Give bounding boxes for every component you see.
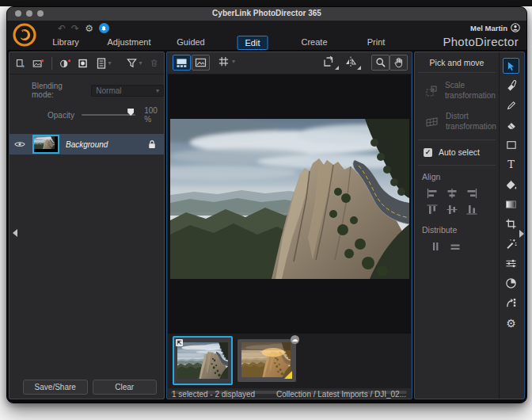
filmstrip-view-icon bbox=[176, 58, 188, 68]
toolbar-divider bbox=[51, 57, 52, 70]
blending-mode-row: Blending mode: Normal ▾ bbox=[10, 82, 164, 99]
tab-adjustment[interactable]: Adjustment bbox=[100, 36, 158, 48]
align-top-icon[interactable] bbox=[426, 204, 439, 216]
filter-layers[interactable]: ▾ bbox=[126, 57, 142, 69]
export-arrow-icon bbox=[505, 297, 517, 309]
grid-overlay-button[interactable]: ▾ bbox=[218, 55, 235, 67]
tool-fill[interactable] bbox=[498, 174, 524, 194]
pick-and-move-options: Pick and move Scale transformation bbox=[415, 52, 500, 399]
distort-transformation-button[interactable]: Distort transformation bbox=[415, 104, 499, 135]
distribute-vertical-icon[interactable] bbox=[449, 241, 462, 252]
opacity-value: 100 % bbox=[144, 106, 164, 124]
redo-icon[interactable]: ↷ bbox=[71, 24, 79, 33]
blending-mode-label: Blending mode: bbox=[32, 82, 86, 99]
tab-print[interactable]: Print bbox=[360, 36, 393, 48]
user-account[interactable]: Mel Martin bbox=[470, 23, 520, 32]
hand-icon bbox=[393, 57, 404, 68]
gradient-icon bbox=[505, 200, 517, 209]
layer-row-background[interactable]: Background bbox=[10, 134, 164, 155]
chevron-down-icon: ▾ bbox=[108, 59, 112, 67]
chevron-down-icon: ▾ bbox=[139, 59, 142, 67]
zoom-tool-button[interactable] bbox=[371, 55, 390, 71]
tool-removal[interactable] bbox=[498, 75, 524, 95]
layers-panel: ▾ ▾ Blending mode: Normal ▾ bbox=[9, 52, 165, 399]
tool-settings-gear-icon[interactable]: ⚙ bbox=[498, 313, 524, 333]
canvas-area[interactable] bbox=[168, 74, 411, 334]
active-tool-frame bbox=[503, 58, 519, 74]
tool-vignette[interactable] bbox=[498, 273, 524, 293]
workspace: ▾ ▾ Blending mode: Normal ▾ bbox=[7, 50, 526, 403]
align-middle-icon[interactable] bbox=[446, 204, 458, 216]
thumbnail-selected[interactable]: ⇱ bbox=[173, 336, 233, 385]
magic-wand-icon bbox=[505, 238, 517, 250]
mask-layer-icon[interactable] bbox=[78, 57, 88, 70]
blending-mode-select[interactable]: Normal ▾ bbox=[91, 85, 164, 97]
layer-lock-icon[interactable] bbox=[148, 139, 156, 149]
eraser-icon bbox=[506, 120, 517, 130]
tab-guided[interactable]: Guided bbox=[169, 36, 211, 48]
tool-text[interactable]: T bbox=[498, 155, 524, 174]
auto-select-row[interactable]: ✓ Auto select bbox=[415, 140, 499, 160]
layers-toolbar: ▾ ▾ bbox=[10, 52, 164, 74]
tool-options-title: Pick and move bbox=[415, 58, 499, 67]
distribute-horizontal-icon[interactable] bbox=[429, 241, 442, 252]
add-layer-icon[interactable] bbox=[15, 57, 25, 70]
delete-layer-trash-icon[interactable] bbox=[150, 57, 158, 69]
pointer-icon bbox=[506, 61, 516, 71]
collapse-left-panel-icon[interactable] bbox=[13, 229, 17, 237]
chevron-down-icon: ▾ bbox=[156, 87, 159, 94]
module-tabs: Library Adjustment Guided Edit Create Pr… bbox=[7, 34, 526, 49]
preferences-gear-icon[interactable]: ⚙ bbox=[85, 24, 93, 33]
align-bottom-icon[interactable] bbox=[466, 204, 478, 216]
tab-edit[interactable]: Edit bbox=[238, 36, 268, 50]
chevron-down-icon: ▾ bbox=[232, 58, 235, 65]
align-row-horizontal bbox=[415, 183, 499, 199]
removal-icon bbox=[505, 79, 518, 91]
add-image-layer-icon[interactable] bbox=[32, 57, 44, 70]
auto-select-checkbox[interactable]: ✓ bbox=[424, 148, 432, 157]
user-name: Mel Martin bbox=[470, 24, 507, 32]
auto-select-label: Auto select bbox=[439, 147, 480, 157]
align-right-icon[interactable] bbox=[466, 188, 478, 199]
tool-export[interactable] bbox=[498, 293, 524, 313]
title-bar[interactable]: CyberLink PhotoDirector 365 bbox=[7, 7, 526, 21]
tool-eraser[interactable] bbox=[498, 115, 524, 135]
thumbnail-2[interactable]: ☁ bbox=[238, 339, 296, 382]
adjustment-layer-icon[interactable] bbox=[59, 57, 71, 70]
tab-library[interactable]: Library bbox=[45, 36, 86, 48]
tool-adjustment[interactable] bbox=[498, 254, 524, 273]
opacity-slider-handle[interactable] bbox=[127, 109, 134, 116]
collapse-right-panel-icon[interactable] bbox=[519, 230, 524, 238]
undo-icon[interactable]: ↶ bbox=[58, 24, 66, 33]
tool-options-panel: Pick and move Scale transformation bbox=[414, 52, 525, 399]
pan-tool-button[interactable] bbox=[390, 55, 408, 71]
view-mode-single-button[interactable] bbox=[192, 55, 210, 71]
tool-shape[interactable] bbox=[498, 135, 524, 155]
tool-pick-and-move[interactable] bbox=[498, 56, 524, 75]
tool-gradient[interactable] bbox=[498, 194, 524, 214]
opacity-row: Opacity 100 % bbox=[10, 106, 164, 124]
tool-pen[interactable] bbox=[498, 95, 524, 115]
align-left-icon[interactable] bbox=[426, 188, 439, 199]
save-share-button[interactable]: Save/Share bbox=[23, 380, 88, 395]
rotate-export-button[interactable] bbox=[322, 55, 335, 68]
photo-image[interactable] bbox=[170, 119, 409, 279]
align-center-icon[interactable] bbox=[446, 188, 458, 199]
scale-transformation-button[interactable]: Scale transformation bbox=[415, 73, 499, 104]
layer-options[interactable]: ▾ bbox=[96, 57, 112, 70]
layer-menu-icon bbox=[96, 57, 107, 70]
flip-button[interactable] bbox=[344, 55, 357, 68]
canvas-panel: ▾ bbox=[166, 52, 412, 399]
view-mode-filmstrip-button[interactable] bbox=[173, 55, 191, 71]
layer-visibility-eye-icon[interactable] bbox=[14, 140, 25, 148]
distort-transformation-label: Distort transformation bbox=[446, 112, 492, 132]
tab-create[interactable]: Create bbox=[294, 36, 334, 48]
scale-transformation-label: Scale transformation bbox=[445, 81, 491, 101]
scale-transform-icon bbox=[425, 85, 438, 97]
notification-badge-icon[interactable] bbox=[99, 23, 109, 33]
clear-button[interactable]: Clear bbox=[93, 380, 158, 395]
opacity-slider[interactable] bbox=[82, 114, 135, 116]
magnifier-icon bbox=[375, 57, 386, 68]
layer-thumbnail bbox=[32, 135, 59, 154]
brand-wordmark: PhotoDirector bbox=[443, 35, 519, 48]
